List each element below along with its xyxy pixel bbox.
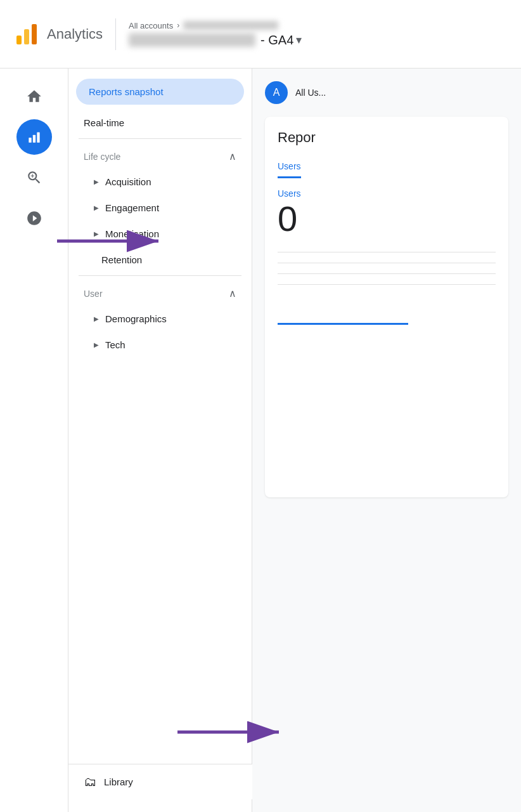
- breadcrumb-bottom[interactable]: - GA4 ▾: [129, 33, 302, 48]
- svg-rect-2: [32, 24, 37, 44]
- svg-rect-5: [37, 132, 39, 142]
- nav-user-label: User: [84, 289, 103, 299]
- nav-realtime-label: Real-time: [84, 117, 124, 128]
- nav-acquisition-label: Acquisition: [105, 176, 151, 187]
- content-header: A All Us...: [265, 81, 508, 104]
- nav-acquisition[interactable]: ▶ Acquisition: [68, 169, 252, 195]
- nav-tech-label: Tech: [105, 339, 125, 350]
- nav-library-label: Library: [104, 776, 133, 787]
- acquisition-arrow-icon: ▶: [94, 178, 99, 185]
- logo-area: Analytics: [13, 20, 103, 48]
- nav-realtime[interactable]: Real-time: [68, 110, 252, 136]
- svg-rect-3: [29, 138, 31, 143]
- monetisation-arrow-icon: ▶: [94, 230, 99, 237]
- card-title: Repor: [278, 129, 496, 146]
- nav-lifecycle-header[interactable]: Life cycle ∧: [68, 141, 252, 169]
- nav-library[interactable]: 🗂 Library: [68, 764, 252, 799]
- property-name-blurred: [129, 33, 255, 47]
- nav-monetisation-label: Monetisation: [105, 228, 159, 239]
- card-lines: [278, 252, 496, 285]
- nav-divider-1: [79, 138, 241, 139]
- card-line-4: [278, 284, 496, 285]
- sidebar-item-explore[interactable]: [16, 160, 52, 195]
- nav-demographics-label: Demographics: [105, 313, 167, 324]
- svg-rect-0: [16, 36, 22, 44]
- sidebar-item-home[interactable]: [16, 79, 52, 114]
- header: Analytics All accounts › - GA4 ▾: [0, 0, 521, 69]
- nav-sidebar: Reports snapshot Real-time Life cycle ∧ …: [68, 69, 252, 812]
- svg-rect-4: [32, 135, 35, 143]
- nav-lifecycle-label: Life cycle: [84, 152, 120, 162]
- lifecycle-chevron-icon[interactable]: ∧: [229, 150, 236, 162]
- ga4-badge[interactable]: - GA4 ▾: [260, 33, 302, 48]
- main-content: A All Us... Repor Users Users 0: [252, 69, 521, 812]
- nav-reports-snapshot[interactable]: Reports snapshot: [76, 79, 244, 105]
- ga4-dropdown-icon[interactable]: ▾: [296, 33, 302, 47]
- home-icon: [26, 88, 42, 105]
- metric-label: Users: [278, 188, 496, 199]
- card-line-blue: [278, 323, 408, 325]
- nav-tech[interactable]: ▶ Tech: [68, 332, 252, 358]
- nav-engagement[interactable]: ▶ Engagement: [68, 195, 252, 221]
- card-line-1: [278, 252, 496, 252]
- icon-sidebar: [0, 69, 68, 812]
- content-card: Repor Users Users 0: [265, 117, 508, 497]
- all-accounts-label[interactable]: All accounts: [129, 21, 173, 30]
- sidebar-item-reports[interactable]: [16, 119, 52, 155]
- nav-demographics[interactable]: ▶ Demographics: [68, 306, 252, 332]
- reports-icon: [26, 129, 42, 145]
- card-tab[interactable]: Users: [278, 156, 301, 178]
- svg-rect-1: [24, 29, 29, 44]
- advertising-icon: [26, 210, 42, 226]
- nav-divider-2: [79, 275, 241, 276]
- nav-retention-label: Retention: [101, 254, 142, 265]
- sidebar-item-advertising[interactable]: [16, 200, 52, 236]
- card-line-3: [278, 273, 496, 274]
- main-layout: Reports snapshot Real-time Life cycle ∧ …: [0, 69, 521, 812]
- card-line-2: [278, 263, 496, 263]
- nav-retention[interactable]: Retention: [68, 247, 252, 273]
- breadcrumb-chevron-icon: ›: [177, 21, 179, 30]
- all-users-label: All Us...: [295, 88, 326, 98]
- demographics-arrow-icon: ▶: [94, 315, 99, 322]
- metric-value: 0: [278, 201, 496, 237]
- app-title: Analytics: [47, 26, 103, 43]
- tech-arrow-icon: ▶: [94, 341, 99, 348]
- avatar: A: [265, 81, 288, 104]
- analytics-logo: [13, 20, 41, 48]
- library-folder-icon: 🗂: [84, 775, 96, 789]
- ga4-label: - GA4: [260, 33, 293, 48]
- engagement-arrow-icon: ▶: [94, 204, 99, 211]
- avatar-letter: A: [273, 87, 280, 98]
- breadcrumb-top[interactable]: All accounts ›: [129, 21, 302, 30]
- nav-monetisation[interactable]: ▶ Monetisation: [68, 221, 252, 247]
- explore-icon: [26, 169, 42, 186]
- breadcrumb[interactable]: All accounts › - GA4 ▾: [129, 21, 302, 48]
- account-name-blurred: [183, 21, 278, 30]
- nav-engagement-label: Engagement: [105, 202, 159, 213]
- header-divider: [115, 18, 116, 50]
- nav-user-header[interactable]: User ∧: [68, 278, 252, 306]
- user-chevron-icon[interactable]: ∧: [229, 287, 236, 299]
